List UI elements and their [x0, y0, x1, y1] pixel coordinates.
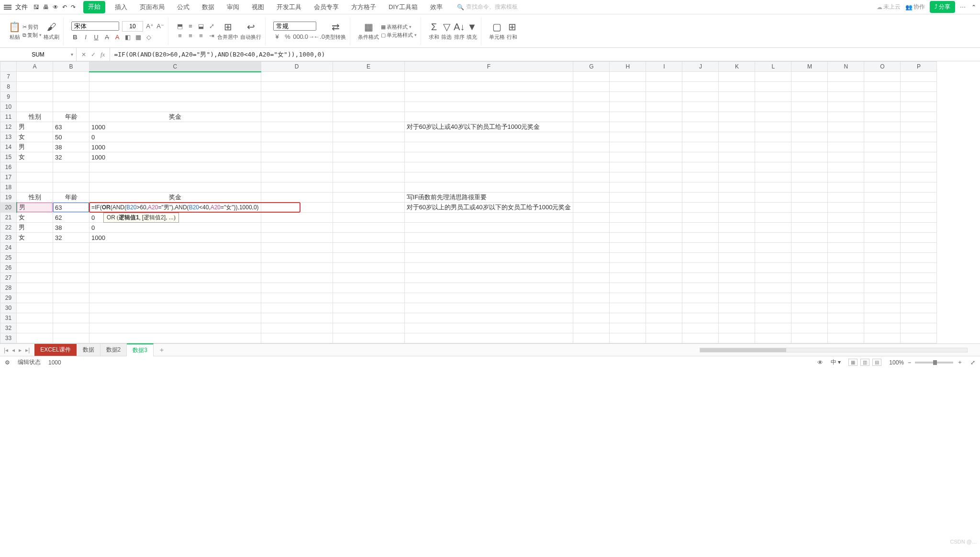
cell-N33[interactable] — [828, 333, 864, 343]
cell-B12[interactable]: 63 — [53, 122, 89, 132]
cell-N20[interactable] — [828, 203, 864, 213]
cell-E18[interactable] — [333, 182, 404, 193]
align-bottom-icon[interactable]: ⬓ — [197, 23, 205, 30]
col-header-G[interactable]: G — [573, 62, 610, 72]
cell-J27[interactable] — [682, 273, 719, 283]
view-pagebreak-icon[interactable]: ▤ — [872, 359, 881, 366]
cond-format-button[interactable]: ▦ 条件格式 — [358, 21, 379, 41]
type-convert-button[interactable]: ⇄ 类型转换 — [325, 21, 346, 41]
cell-D32[interactable] — [261, 323, 333, 333]
row-header-8[interactable]: 8 — [0, 82, 17, 92]
cell-E7[interactable] — [333, 72, 404, 82]
cell-A28[interactable] — [17, 283, 53, 293]
cell-C19[interactable]: 奖金 — [89, 193, 261, 203]
cell-I9[interactable] — [646, 92, 682, 102]
cell-M16[interactable] — [791, 162, 828, 172]
cell-P14[interactable] — [901, 142, 937, 152]
cell-C30[interactable] — [89, 303, 261, 313]
cell-J31[interactable] — [682, 313, 719, 323]
cell-H26[interactable] — [610, 263, 646, 273]
chevron-down-icon[interactable]: ▾ — [71, 52, 73, 57]
col-header-D[interactable]: D — [261, 62, 333, 72]
cell-L7[interactable] — [755, 72, 791, 82]
cell-O16[interactable] — [864, 162, 901, 172]
cell-style-button[interactable]: ▢ 单元格样式▾ — [381, 32, 417, 39]
cell-I17[interactable] — [646, 172, 682, 182]
cell-A24[interactable] — [17, 243, 53, 253]
cell-J25[interactable] — [682, 253, 719, 263]
share-button[interactable]: ⤴ 分享 — [930, 1, 955, 13]
cell-G22[interactable] — [573, 223, 610, 233]
cell-D7[interactable] — [261, 72, 333, 82]
cell-C13[interactable]: 0 — [89, 132, 261, 142]
cell-N29[interactable] — [828, 293, 864, 303]
cell-H22[interactable] — [610, 223, 646, 233]
cell-C23[interactable]: 1000 — [89, 233, 261, 243]
spreadsheet-grid[interactable]: ABCDEFGHIJKLMNOP7891011性别年龄奖金12男631000对于… — [0, 61, 980, 343]
undo-icon[interactable]: ↶ — [62, 4, 67, 11]
bold-icon[interactable]: B — [71, 34, 79, 41]
cell-O14[interactable] — [864, 142, 901, 152]
cell-K15[interactable] — [719, 152, 755, 162]
cell-D22[interactable] — [261, 223, 333, 233]
cell-C7[interactable] — [89, 72, 261, 82]
cell-F15[interactable] — [404, 152, 573, 162]
cell-F12[interactable]: 对于60岁以上或40岁以下的员工给予1000元奖金 — [404, 122, 573, 132]
underline-icon[interactable]: U — [92, 34, 100, 41]
cell-C10[interactable] — [89, 102, 261, 112]
cell-D26[interactable] — [261, 263, 333, 273]
cell-P13[interactable] — [901, 132, 937, 142]
cell-P20[interactable] — [901, 203, 937, 213]
cell-I7[interactable] — [646, 72, 682, 82]
cell-A11[interactable]: 性别 — [17, 112, 53, 122]
cell-P30[interactable] — [901, 303, 937, 313]
cell-G19[interactable] — [573, 193, 610, 203]
cell-button[interactable]: ▢单元格 — [489, 21, 505, 41]
cell-D20[interactable] — [261, 203, 333, 213]
cell-K19[interactable] — [719, 193, 755, 203]
cell-O26[interactable] — [864, 263, 901, 273]
cell-F23[interactable] — [404, 233, 573, 243]
cell-N32[interactable] — [828, 323, 864, 333]
row-header-22[interactable]: 22 — [0, 223, 17, 233]
cell-J22[interactable] — [682, 223, 719, 233]
name-box-input[interactable] — [4, 51, 72, 58]
cell-M15[interactable] — [791, 152, 828, 162]
cell-D27[interactable] — [261, 273, 333, 283]
cell-O17[interactable] — [864, 172, 901, 182]
col-header-M[interactable]: M — [791, 62, 828, 72]
cell-O30[interactable] — [864, 303, 901, 313]
cell-L31[interactable] — [755, 313, 791, 323]
font-size-input[interactable] — [122, 21, 143, 32]
cell-B13[interactable]: 50 — [53, 132, 89, 142]
cell-K16[interactable] — [719, 162, 755, 172]
cell-B33[interactable] — [53, 333, 89, 343]
strike-icon[interactable]: A̶ — [103, 34, 111, 41]
cell-N10[interactable] — [828, 102, 864, 112]
cell-A30[interactable] — [17, 303, 53, 313]
cell-K9[interactable] — [719, 92, 755, 102]
cell-K29[interactable] — [719, 293, 755, 303]
cell-D28[interactable] — [261, 283, 333, 293]
cell-A31[interactable] — [17, 313, 53, 323]
cell-L16[interactable] — [755, 162, 791, 172]
cell-H29[interactable] — [610, 293, 646, 303]
tab-view[interactable]: 视图 — [249, 1, 267, 13]
cell-E30[interactable] — [333, 303, 404, 313]
cell-F7[interactable] — [404, 72, 573, 82]
cell-N22[interactable] — [828, 223, 864, 233]
cell-J29[interactable] — [682, 293, 719, 303]
cell-H17[interactable] — [610, 172, 646, 182]
cell-H25[interactable] — [610, 253, 646, 263]
cell-H15[interactable] — [610, 152, 646, 162]
cloud-status[interactable]: ☁ 未上云 — [877, 3, 901, 11]
col-header-E[interactable]: E — [333, 62, 404, 72]
col-header-A[interactable]: A — [17, 62, 53, 72]
cell-A18[interactable] — [17, 182, 53, 193]
cell-B15[interactable]: 32 — [53, 152, 89, 162]
cell-P29[interactable] — [901, 293, 937, 303]
cell-M23[interactable] — [791, 233, 828, 243]
col-header-L[interactable]: L — [755, 62, 791, 72]
cell-D29[interactable] — [261, 293, 333, 303]
redo-icon[interactable]: ↷ — [71, 4, 76, 11]
